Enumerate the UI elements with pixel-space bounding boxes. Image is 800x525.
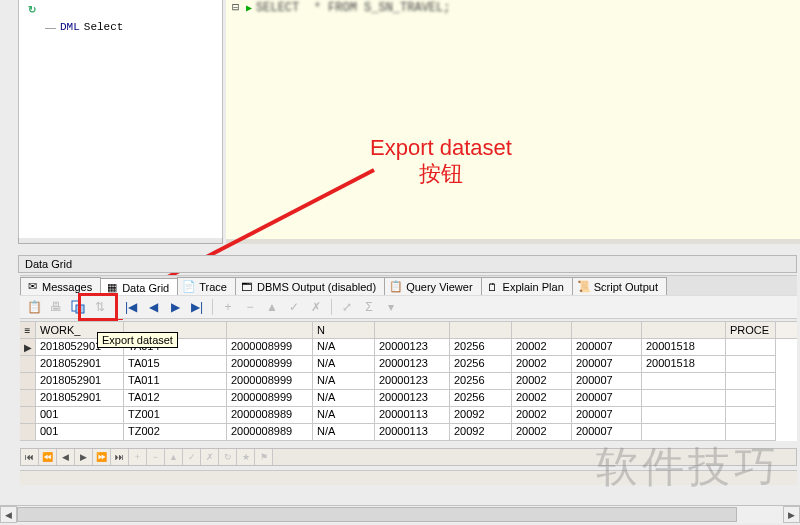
cell[interactable]: N/A [313, 339, 375, 356]
cell[interactable]: 2000008999 [227, 390, 313, 407]
cell[interactable] [726, 339, 776, 356]
cell[interactable]: 200007 [572, 390, 642, 407]
cell[interactable]: 20002 [512, 356, 572, 373]
cell[interactable]: 20002 [512, 390, 572, 407]
cell[interactable]: 2018052901 [36, 373, 124, 390]
cell[interactable]: 200007 [572, 339, 642, 356]
nav-next-button[interactable]: ▶ [165, 297, 185, 317]
cell[interactable]: 20000123 [375, 356, 450, 373]
horizontal-scrollbar[interactable]: ◀ ▶ [0, 505, 800, 523]
cell[interactable] [642, 373, 726, 390]
table-row[interactable]: 001TZ0022000008989N/A2000011320092200022… [20, 424, 797, 441]
cell[interactable] [726, 356, 776, 373]
column-header[interactable]: N [313, 322, 375, 338]
cell[interactable]: TA015 [124, 356, 227, 373]
cell[interactable]: 20000123 [375, 373, 450, 390]
cell[interactable]: 20256 [450, 373, 512, 390]
tab-data-grid[interactable]: ▦Data Grid [100, 278, 178, 296]
cell[interactable]: 2000008989 [227, 407, 313, 424]
cell[interactable]: 001 [36, 407, 124, 424]
tree-row[interactable]: ↻ [19, 0, 222, 18]
cell[interactable]: N/A [313, 424, 375, 441]
cell[interactable]: 20000123 [375, 390, 450, 407]
cell[interactable]: 20000113 [375, 407, 450, 424]
nav-bookmark-icon: ★ [237, 449, 255, 465]
cell[interactable]: 20001518 [642, 356, 726, 373]
scroll-thumb[interactable] [17, 507, 737, 522]
cell[interactable]: TZ002 [124, 424, 227, 441]
cell[interactable] [726, 424, 776, 441]
cell[interactable]: TA012 [124, 390, 227, 407]
cell[interactable]: 2000008999 [227, 339, 313, 356]
nav-first-button[interactable]: |◀ [121, 297, 141, 317]
cell[interactable]: 2000008999 [227, 373, 313, 390]
cell[interactable] [726, 390, 776, 407]
tab-trace[interactable]: 📄Trace [177, 277, 236, 295]
tab-messages[interactable]: ✉Messages [20, 277, 101, 295]
cell[interactable]: 2000008989 [227, 424, 313, 441]
column-header[interactable] [375, 322, 450, 338]
cell[interactable]: 20002 [512, 373, 572, 390]
table-row[interactable]: 001TZ0012000008989N/A2000011320092200022… [20, 407, 797, 424]
cell[interactable]: 20000123 [375, 339, 450, 356]
cell[interactable]: N/A [313, 373, 375, 390]
cell[interactable]: TA011 [124, 373, 227, 390]
cell[interactable]: N/A [313, 390, 375, 407]
cell[interactable] [642, 407, 726, 424]
cell[interactable]: 001 [36, 424, 124, 441]
sql-editor[interactable]: ⊟ ▶ SELECT * FROM S_SN_TRAVEL; [226, 0, 800, 244]
cell[interactable]: N/A [313, 407, 375, 424]
scroll-left-icon[interactable]: ◀ [0, 506, 17, 523]
scroll-right-icon[interactable]: ▶ [783, 506, 800, 523]
tree-node[interactable]: — DML Select [19, 18, 222, 36]
column-header[interactable] [450, 322, 512, 338]
cell[interactable]: 200007 [572, 424, 642, 441]
cell[interactable]: 200007 [572, 407, 642, 424]
cell[interactable]: 2018052901 [36, 356, 124, 373]
column-header[interactable] [642, 322, 726, 338]
nav-next-page-icon[interactable]: ⏩ [93, 449, 111, 465]
cell[interactable]: 20256 [450, 356, 512, 373]
table-row[interactable]: 2018052901TA0112000008999N/A200001232025… [20, 373, 797, 390]
nav-prev-page-icon[interactable]: ⏪ [39, 449, 57, 465]
nav-prev-icon[interactable]: ◀ [57, 449, 75, 465]
cell[interactable]: 20092 [450, 407, 512, 424]
nav-first-icon[interactable]: ⏮ [21, 449, 39, 465]
nav-filter-icon: ⚑ [255, 449, 273, 465]
tab-explain-plan[interactable]: 🗒Explain Plan [481, 277, 573, 295]
cell[interactable]: 20256 [450, 339, 512, 356]
cell[interactable]: 20002 [512, 424, 572, 441]
scroll-track[interactable] [17, 506, 783, 523]
column-header[interactable] [512, 322, 572, 338]
column-header[interactable]: PROCE [726, 322, 776, 338]
nav-prev-button[interactable]: ◀ [143, 297, 163, 317]
cell[interactable]: 20002 [512, 339, 572, 356]
table-row[interactable]: 2018052901TA0152000008999N/A200001232025… [20, 356, 797, 373]
tab-dbms-output-disabled-[interactable]: 🗔DBMS Output (disabled) [235, 277, 385, 295]
column-header[interactable] [572, 322, 642, 338]
cell[interactable]: 200007 [572, 373, 642, 390]
cell[interactable] [726, 407, 776, 424]
cell[interactable]: N/A [313, 356, 375, 373]
tab-query-viewer[interactable]: 📋Query Viewer [384, 277, 481, 295]
cell[interactable]: 20256 [450, 390, 512, 407]
nav-last-button[interactable]: ▶| [187, 297, 207, 317]
cell[interactable] [642, 390, 726, 407]
cell[interactable] [642, 424, 726, 441]
column-header[interactable] [227, 322, 313, 338]
cell[interactable]: 2018052901 [36, 390, 124, 407]
cell[interactable]: 20001518 [642, 339, 726, 356]
tab-script-output[interactable]: 📜Script Output [572, 277, 667, 295]
nav-last-icon[interactable]: ⏭ [111, 449, 129, 465]
cell[interactable]: TZ001 [124, 407, 227, 424]
cell[interactable] [726, 373, 776, 390]
cell[interactable]: 2000008999 [227, 356, 313, 373]
cell[interactable]: 20092 [450, 424, 512, 441]
table-row[interactable]: 2018052901TA0122000008999N/A200001232025… [20, 390, 797, 407]
cell[interactable]: 200007 [572, 356, 642, 373]
nav-next-icon[interactable]: ▶ [75, 449, 93, 465]
export-dataset-button[interactable] [68, 297, 88, 317]
row-indicator [20, 407, 36, 424]
cell[interactable]: 20002 [512, 407, 572, 424]
cell[interactable]: 20000113 [375, 424, 450, 441]
